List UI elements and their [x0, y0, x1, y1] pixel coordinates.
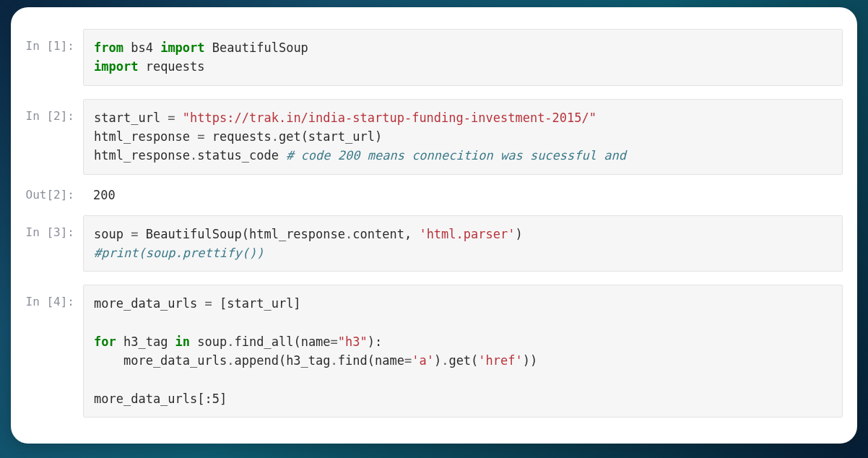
code-token: more_data_urls[: — [94, 392, 212, 406]
code-token: = — [197, 129, 204, 144]
code-token: requests — [205, 129, 272, 144]
code-token: soup — [190, 334, 227, 349]
code-token: status_code — [197, 148, 286, 163]
code-token: "h3" — [338, 334, 368, 349]
code-input[interactable]: more_data_urls = [start_url] for h3_tag … — [83, 285, 843, 418]
code-token: ) — [434, 353, 441, 368]
code-token: html_response — [94, 129, 197, 144]
code-token: = — [168, 111, 175, 125]
code-token: #print(soup.prettify()) — [94, 246, 264, 260]
code-token: . — [345, 227, 352, 241]
code-input[interactable]: start_url = "https://trak.in/india-start… — [83, 99, 843, 175]
code-token: ) — [515, 227, 522, 241]
code-token: in — [175, 334, 190, 349]
code-token: 'a' — [412, 353, 434, 368]
notebook-scroll[interactable]: In [1]:from bs4 import BeautifulSoup imp… — [11, 7, 857, 444]
code-token: 'html.parser' — [419, 227, 515, 241]
code-token — [175, 111, 183, 125]
code-token: find(name — [338, 353, 404, 368]
code-token: )) — [523, 353, 537, 368]
code-cell: In [3]:soup = BeautifulSoup(html_respons… — [18, 215, 843, 272]
code-token: = — [131, 227, 138, 241]
code-token: html_response — [94, 148, 190, 163]
code-token: = — [205, 296, 212, 311]
code-token: get(start_url) — [279, 129, 382, 144]
code-token: . — [227, 353, 234, 368]
code-token: import — [160, 40, 204, 55]
code-token: BeautifulSoup(html_response — [138, 227, 345, 241]
code-input[interactable]: from bs4 import BeautifulSoup import req… — [83, 29, 843, 86]
cell-prompt: In [4]: — [18, 285, 83, 308]
code-token: . — [331, 353, 338, 368]
code-token: . — [227, 334, 234, 349]
code-token: = — [331, 334, 338, 349]
code-token: "https://trak.in/india-startup-funding-i… — [183, 111, 596, 125]
code-token: BeautifulSoup — [205, 40, 308, 55]
cell-prompt: Out[2]: — [18, 188, 83, 202]
code-token: . — [441, 353, 448, 368]
code-token: requests — [138, 59, 204, 74]
code-token: h3_tag — [116, 334, 175, 349]
code-token: . — [272, 129, 279, 144]
cell-prompt: In [1]: — [18, 29, 83, 53]
code-token: import — [94, 59, 138, 74]
cell-prompt: In [3]: — [18, 215, 83, 239]
code-token: more_data_urls — [94, 296, 205, 311]
code-token: append(h3_tag — [234, 353, 330, 368]
code-token: # code 200 means connecition was sucessf… — [286, 148, 626, 163]
code-token: . — [190, 148, 197, 163]
code-cell: In [2]:start_url = "https://trak.in/indi… — [18, 99, 843, 175]
code-token: more_data_urls — [94, 353, 227, 368]
code-token: [start_url] — [212, 296, 301, 311]
notebook-card: In [1]:from bs4 import BeautifulSoup imp… — [11, 7, 857, 444]
code-token: = — [404, 353, 412, 368]
code-input[interactable]: soup = BeautifulSoup(html_response.conte… — [83, 215, 843, 272]
output-cell: Out[2]:200 — [18, 188, 843, 202]
code-token: for — [94, 334, 116, 349]
code-token: get( — [448, 353, 478, 368]
code-cell: In [1]:from bs4 import BeautifulSoup imp… — [18, 29, 843, 86]
code-token: bs4 — [123, 40, 160, 55]
code-cell: In [4]:more_data_urls = [start_url] for … — [18, 285, 843, 418]
code-token: 'href' — [478, 353, 522, 368]
output-text: 200 — [83, 188, 843, 202]
code-token: content, — [352, 227, 419, 241]
code-token: soup — [94, 227, 131, 241]
code-token: find_all(name — [235, 334, 331, 349]
code-token: ] — [220, 392, 227, 406]
code-token: start_url — [94, 111, 168, 125]
code-token: ): — [368, 334, 382, 349]
cell-prompt: In [2]: — [18, 99, 83, 123]
code-token: from — [94, 40, 123, 55]
code-token: 5 — [212, 392, 220, 406]
